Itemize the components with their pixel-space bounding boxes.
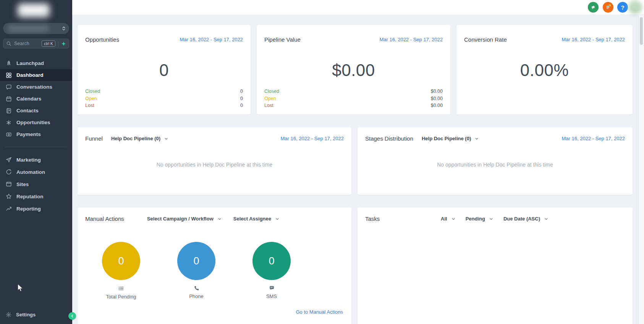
sidebar-item-settings[interactable]: Settings xyxy=(0,309,72,320)
manual-actions-card: Manual Actions Select Campaign / Workflo… xyxy=(78,207,351,324)
date-range-picker[interactable]: Mar 16, 2022 - Sep 17, 2022 xyxy=(180,37,243,42)
conversion-rate-total: 0.00% xyxy=(456,58,633,83)
legend-value: $0.00 xyxy=(431,95,443,102)
legend-row-closed: Closed 0 xyxy=(85,88,243,95)
search-input[interactable]: Search ctrl K xyxy=(3,39,69,49)
pipeline-select[interactable]: Help Doc Pipeline (0) xyxy=(422,136,479,141)
campaign-workflow-select[interactable]: Select Campaign / Workflow xyxy=(147,216,222,222)
stat-total-pending: 0 Total Pending xyxy=(102,242,140,300)
sidebar-item-calendars[interactable]: Calendars xyxy=(0,93,72,105)
sidebar-item-contacts[interactable]: Contacts xyxy=(0,105,72,117)
sidebar-collapse-button[interactable] xyxy=(68,312,76,320)
top-header: ? xyxy=(72,0,644,15)
pipeline-select[interactable]: Help Doc Pipeline (0) xyxy=(111,136,168,141)
selector-chevrons-icon xyxy=(61,26,66,31)
sidebar-item-payments[interactable]: Payments xyxy=(0,128,72,140)
chevron-down-icon xyxy=(451,217,456,221)
chevron-down-icon xyxy=(489,217,494,221)
legend-label: Lost xyxy=(85,102,94,109)
legend-row-lost: Lost 0 xyxy=(85,102,243,109)
sidebar-item-label: Calendars xyxy=(16,96,41,102)
sidebar-item-sites[interactable]: Sites xyxy=(0,178,72,190)
stat-bubble: 0 xyxy=(102,242,140,280)
scrollbar-thumb[interactable] xyxy=(640,17,643,45)
tasks-sort-select[interactable]: Due Date (ASC) xyxy=(503,216,549,222)
legend-row-lost: Lost $0.00 xyxy=(264,102,443,109)
phone-icon xyxy=(194,285,199,291)
sidebar-item-dashboard[interactable]: Dashboard xyxy=(0,69,72,81)
sidebar-item-label: Dashboard xyxy=(16,72,44,78)
card-title: Opportunities xyxy=(85,36,119,43)
tasks-status-select[interactable]: Pending xyxy=(466,216,494,222)
card-title: Pipeline Value xyxy=(264,36,301,43)
legend-value: 0 xyxy=(240,95,243,102)
calendars-icon xyxy=(6,96,12,102)
assignee-select[interactable]: Select Assignee xyxy=(233,216,280,222)
sidebar-item-conversations[interactable]: Conversations xyxy=(0,81,72,93)
onboarding-checklist-button[interactable] xyxy=(603,2,613,13)
conversion-rate-card: Conversion Rate Mar 16, 2022 - Sep 17, 2… xyxy=(456,25,633,115)
stat-label: Phone xyxy=(189,293,204,299)
sidebar-item-opportunities[interactable]: Opportunities xyxy=(0,117,72,128)
sidebar-item-label: Opportunities xyxy=(16,120,50,125)
chevron-down-icon xyxy=(544,217,549,221)
stat-bubble: 0 xyxy=(177,242,215,280)
sidebar-item-label: Launchpad xyxy=(16,60,44,66)
launchpad-icon xyxy=(6,60,12,66)
stat-label: Total Pending xyxy=(106,294,136,300)
sidebar-item-label: Sites xyxy=(16,181,29,187)
main-area: ? Opportunities Mar 16, 2022 - Sep 17, 2… xyxy=(72,0,644,324)
legend-label: Lost xyxy=(264,102,273,109)
legend-value: 0 xyxy=(240,102,243,109)
megaphone-icon xyxy=(591,5,596,10)
sidebar-item-launchpad[interactable]: Launchpad xyxy=(0,57,72,69)
sidebar-nav: Launchpad Dashboard Conversations Calend… xyxy=(0,57,72,215)
sidebar-item-label: Automation xyxy=(16,169,45,175)
sidebar-item-reputation[interactable]: Reputation xyxy=(0,190,72,202)
search-icon xyxy=(6,41,11,46)
search-shortcut-badge: ctrl K xyxy=(42,40,55,47)
card-title: Manual Actions xyxy=(85,215,124,222)
sidebar-item-label: Contacts xyxy=(16,108,39,113)
legend-label: Open xyxy=(264,95,276,102)
date-range-picker[interactable]: Mar 16, 2022 - Sep 17, 2022 xyxy=(561,37,625,42)
pipeline-value-card: Pipeline Value Mar 16, 2022 - Sep 17, 20… xyxy=(257,25,450,115)
legend-label: Closed xyxy=(264,88,279,95)
announcements-button[interactable] xyxy=(588,2,599,13)
tasks-type-select[interactable]: All xyxy=(441,216,456,222)
sidebar-item-reporting[interactable]: Reporting xyxy=(0,202,72,215)
go-to-manual-actions-link[interactable]: Go to Manual Actions xyxy=(296,309,343,315)
legend-value: $0.00 xyxy=(431,88,443,95)
sites-icon xyxy=(6,181,12,187)
marketing-icon xyxy=(6,157,12,163)
card-title: Tasks xyxy=(365,215,380,222)
sidebar: Search ctrl K Launchpad Dashboard Conver… xyxy=(0,0,72,324)
list-icon xyxy=(118,285,124,292)
sms-icon xyxy=(269,285,275,291)
pipeline-value-total: $0.00 xyxy=(257,58,450,83)
card-title: Conversion Rate xyxy=(464,36,507,43)
sidebar-item-marketing[interactable]: Marketing xyxy=(0,154,72,166)
date-range-picker[interactable]: Mar 16, 2022 - Sep 17, 2022 xyxy=(561,136,625,141)
stat-sms: 0 SMS xyxy=(252,242,291,300)
date-range-picker[interactable]: Mar 16, 2022 - Sep 17, 2022 xyxy=(280,136,344,141)
vertical-scrollbar[interactable] xyxy=(638,15,644,324)
help-button[interactable]: ? xyxy=(617,2,628,13)
sidebar-item-automation[interactable]: Automation xyxy=(0,166,72,178)
account-switcher[interactable] xyxy=(3,23,69,34)
empty-state-message: No opportunities in Help Doc Pipeline at… xyxy=(358,162,633,168)
chevron-left-icon xyxy=(70,314,74,318)
date-range-picker[interactable]: Mar 16, 2022 - Sep 17, 2022 xyxy=(379,37,443,42)
dashboard-icon xyxy=(6,72,12,78)
account-name-blurred xyxy=(8,25,49,32)
checklist-icon xyxy=(605,4,611,10)
user-avatar-blurred[interactable] xyxy=(629,1,642,14)
ai-sparkle-icon[interactable] xyxy=(61,41,66,46)
legend-row-closed: Closed $0.00 xyxy=(264,88,443,95)
empty-state-message: No opportunities in Help Doc Pipeline at… xyxy=(78,162,351,168)
chevron-down-icon xyxy=(474,136,479,141)
opportunities-icon xyxy=(6,120,12,126)
question-mark-icon: ? xyxy=(621,4,624,11)
chevron-down-icon xyxy=(217,217,222,221)
opportunities-card: Opportunities Mar 16, 2022 - Sep 17, 202… xyxy=(78,25,251,115)
